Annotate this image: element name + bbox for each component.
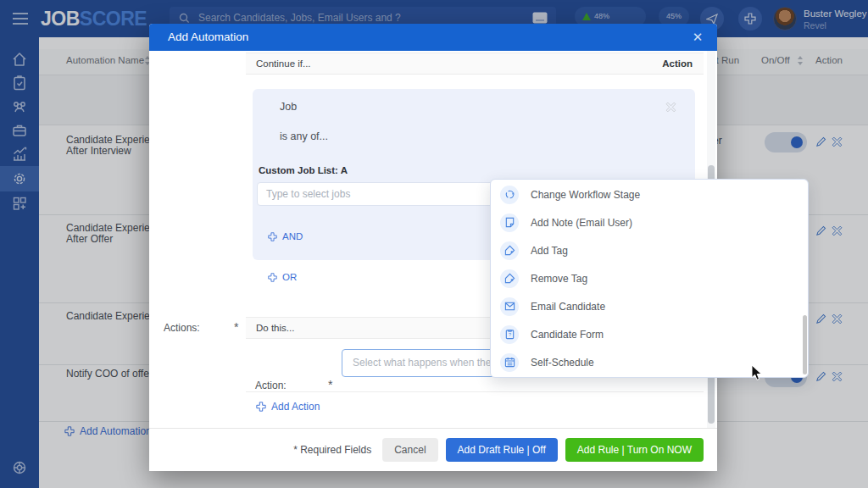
or-condition-button[interactable]: OR xyxy=(268,272,297,282)
and-condition-button[interactable]: AND xyxy=(268,231,303,241)
dropdown-option-change-workflow-stage[interactable]: Change Workflow Stage xyxy=(491,180,808,208)
plus-cross-icon xyxy=(256,402,266,412)
required-fields-note: * Required Fields xyxy=(293,444,371,456)
remove-tag-icon xyxy=(500,269,519,288)
add-note-icon xyxy=(500,214,519,232)
dropdown-scrollbar-thumb[interactable] xyxy=(803,315,807,374)
add-automation-modal: Add Automation ✕ Continue if... Action J… xyxy=(149,24,717,471)
add-tag-icon xyxy=(500,241,519,260)
required-asterisk: * xyxy=(293,444,298,456)
cancel-button[interactable]: Cancel xyxy=(382,438,437,462)
svg-text:?: ? xyxy=(508,332,510,337)
conditions-section-header: Continue if... Action xyxy=(246,53,704,75)
modal-title: Add Automation xyxy=(168,24,248,51)
dropdown-option-email-candidate[interactable]: Email Candidate xyxy=(491,292,808,320)
required-asterisk: * xyxy=(234,320,238,334)
action-row-label: Action: xyxy=(255,380,287,391)
condition-field-value[interactable]: Job xyxy=(280,101,297,113)
dropdown-option-candidate-form[interactable]: ? Candidate Form xyxy=(491,320,808,348)
dropdown-option-add-note[interactable]: Add Note (Email User) xyxy=(491,208,808,236)
plus-cross-icon xyxy=(268,232,277,241)
selected-job-list-chip[interactable]: Custom Job List: A xyxy=(259,165,348,175)
app-root: JOBSCORE Search Candidates, Jobs, Email … xyxy=(0,0,868,488)
change-workflow-stage-icon xyxy=(500,186,519,204)
dropdown-option-remove-tag[interactable]: Remove Tag xyxy=(491,264,808,292)
email-candidate-icon xyxy=(500,297,519,316)
section-divider xyxy=(246,391,704,392)
close-icon[interactable]: ✕ xyxy=(690,30,705,45)
add-rule-turn-on-button[interactable]: Add Rule | Turn On NOW xyxy=(565,438,704,462)
condition-operator-value[interactable]: is any of... xyxy=(280,130,328,142)
modal-footer: * Required Fields Cancel Add Draft Rule … xyxy=(149,428,717,471)
action-options-dropdown: Change Workflow Stage Add Note (Email Us… xyxy=(490,179,809,378)
mouse-cursor xyxy=(751,364,763,381)
modal-header: Add Automation ✕ xyxy=(149,24,717,51)
required-asterisk: * xyxy=(328,378,332,391)
self-schedule-icon xyxy=(500,353,519,372)
dropdown-option-add-tag[interactable]: Add Tag xyxy=(491,236,808,264)
actions-field-label: Actions: xyxy=(164,322,200,334)
add-action-button[interactable]: Add Action xyxy=(256,401,320,413)
plus-cross-icon xyxy=(268,273,277,282)
remove-condition-icon[interactable] xyxy=(665,102,676,113)
add-draft-rule-button[interactable]: Add Draft Rule | Off xyxy=(446,438,558,462)
candidate-form-icon: ? xyxy=(500,325,519,344)
